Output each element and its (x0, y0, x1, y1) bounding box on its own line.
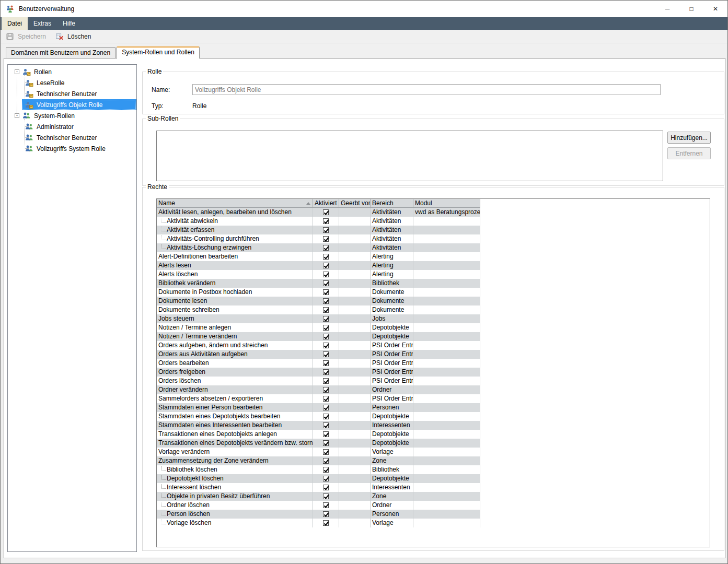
column-header-name[interactable]: Name (157, 199, 313, 208)
rights-row[interactable]: Bibliothek löschenBibliothek (157, 465, 710, 474)
rights-row[interactable]: Dokumente in Postbox hochladenDokumente (157, 288, 710, 297)
column-header-geerbt-von[interactable]: Geerbt von (339, 199, 371, 208)
rights-row[interactable]: Interessent löschenInteressenten (157, 483, 710, 492)
collapse-expander-icon[interactable]: - (15, 69, 19, 74)
rights-row[interactable]: Aktivität abwickelnAktivitäten (157, 217, 710, 226)
delete-button[interactable]: Löschen (52, 31, 96, 42)
rights-row[interactable]: Orders freigebenPSI Order Entry (157, 368, 710, 377)
aktiviert-checkbox[interactable] (323, 378, 329, 384)
rights-row[interactable]: Ordner löschenOrdner (157, 501, 710, 510)
tree-item-rollen[interactable]: -Rollen (8, 66, 136, 77)
rights-row[interactable]: Notizen / Termine anlegenDepotobjekte (157, 323, 710, 332)
aktiviert-checkbox[interactable] (323, 422, 329, 428)
aktiviert-checkbox[interactable] (323, 334, 329, 339)
collapse-expander-icon[interactable]: - (15, 113, 19, 118)
minimize-button[interactable]: ─ (655, 1, 679, 17)
aktiviert-checkbox[interactable] (323, 387, 329, 393)
tab-domänen-mit-benutzern-und-zonen[interactable]: Domänen mit Benutzern und Zonen (6, 47, 115, 58)
column-header-bereich[interactable]: Bereich (371, 199, 413, 208)
aktiviert-checkbox[interactable] (323, 360, 329, 366)
aktiviert-checkbox[interactable] (323, 520, 329, 526)
aktiviert-checkbox[interactable] (323, 431, 329, 437)
rights-row[interactable]: Aktivität lesen, anlegen, bearbeiten und… (157, 208, 710, 217)
tab-system-rollen-und-rollen[interactable]: System-Rollen und Rollen (117, 46, 200, 58)
menu-item-datei[interactable]: Datei (2, 17, 28, 30)
rights-row[interactable]: Transaktionen eines Depotobjekts anlegen… (157, 430, 710, 439)
rights-row[interactable]: Ordner verändernOrdner (157, 385, 710, 394)
rights-row[interactable]: Dokumente schreibenDokumente (157, 306, 710, 314)
aktiviert-checkbox[interactable] (323, 263, 329, 268)
aktiviert-checkbox[interactable] (323, 307, 329, 313)
rights-row[interactable]: Aktivität erfassenAktivitäten (157, 226, 710, 234)
aktiviert-checkbox[interactable] (323, 218, 329, 224)
rights-row[interactable]: Vorlage löschenVorlage (157, 519, 710, 527)
aktiviert-checkbox[interactable] (323, 316, 329, 322)
tree-item-vollzugriffs-system-rolle[interactable]: Vollzugriffs System Rolle (8, 143, 136, 154)
rights-row[interactable]: Notizen / Termine verändernDepotobjekte (157, 332, 710, 341)
rights-row[interactable]: Vorlage verändernVorlage (157, 448, 710, 456)
close-button[interactable]: ✕ (703, 1, 727, 17)
aktiviert-checkbox[interactable] (323, 476, 329, 481)
column-header-modul[interactable]: Modul (413, 199, 480, 208)
rights-row[interactable]: Objekte in privaten Besitz überführenZon… (157, 492, 710, 501)
subrollen-list[interactable] (156, 131, 663, 181)
rights-row[interactable]: Aktivitäts-Löschung erzwingenAktivitäten (157, 243, 710, 252)
aktiviert-checkbox[interactable] (323, 502, 329, 508)
rights-row[interactable]: Orders aufgeben, ändern und streichenPSI… (157, 341, 710, 350)
rights-row[interactable]: Stammdaten eines Interessenten bearbeite… (157, 421, 710, 430)
rights-row[interactable]: Aktivitäts-Controlling durchführenAktivi… (157, 234, 710, 243)
name-input[interactable] (192, 84, 661, 95)
tree-item-technischer-benutzer[interactable]: Technischer Benutzer (8, 132, 136, 143)
rights-row[interactable]: Jobs steuernJobs (157, 314, 710, 323)
aktiviert-checkbox[interactable] (323, 449, 329, 455)
aktiviert-checkbox[interactable] (323, 414, 329, 419)
tree-item-system-rollen[interactable]: -System-Rollen (8, 110, 136, 121)
rights-row[interactable]: Zusammensetzung der Zone verändernZone (157, 456, 710, 465)
aktiviert-checkbox[interactable] (323, 405, 329, 410)
rights-row[interactable]: Dokumente lesenDokumente (157, 297, 710, 306)
aktiviert-checkbox[interactable] (323, 272, 329, 277)
menu-item-extras[interactable]: Extras (28, 17, 57, 30)
remove-subrole-button[interactable]: Entfernen (667, 147, 711, 159)
menu-item-hilfe[interactable]: Hilfe (57, 17, 81, 30)
aktiviert-checkbox[interactable] (323, 298, 329, 304)
rights-row[interactable]: Stammdaten eines Depotobjekts bearbeiten… (157, 412, 710, 421)
aktiviert-checkbox[interactable] (323, 254, 329, 260)
aktiviert-checkbox[interactable] (323, 280, 329, 286)
aktiviert-checkbox[interactable] (323, 458, 329, 464)
rights-row[interactable]: Person löschenPersonen (157, 510, 710, 519)
aktiviert-checkbox[interactable] (323, 209, 329, 215)
rights-row[interactable]: Transaktionen eines Depotobjekts verände… (157, 439, 710, 448)
aktiviert-checkbox[interactable] (323, 236, 329, 242)
rights-row[interactable]: Alerts löschenAlerting (157, 270, 710, 279)
rights-row[interactable]: Orders aus Aktivitäten aufgebenPSI Order… (157, 350, 710, 359)
rights-row[interactable]: Orders bearbeitenPSI Order Entry (157, 359, 710, 368)
rights-row[interactable]: Alert-Definitionen bearbeitenAlerting (157, 252, 710, 261)
aktiviert-checkbox[interactable] (323, 325, 329, 331)
add-subrole-button[interactable]: Hinzufügen... (667, 132, 711, 144)
aktiviert-checkbox[interactable] (323, 369, 329, 375)
rights-row[interactable]: Stammdaten einer Person bearbeitenPerson… (157, 403, 710, 412)
rights-row[interactable]: Alerts lesenAlerting (157, 261, 710, 270)
aktiviert-checkbox[interactable] (323, 289, 329, 295)
aktiviert-checkbox[interactable] (323, 396, 329, 402)
aktiviert-checkbox[interactable] (323, 511, 329, 517)
aktiviert-checkbox[interactable] (323, 467, 329, 473)
tree-item-technischer-benutzer[interactable]: Technischer Benutzer (8, 88, 136, 99)
aktiviert-checkbox[interactable] (323, 440, 329, 446)
column-header-aktiviert[interactable]: Aktiviert (313, 199, 339, 208)
tree-item-leserolle[interactable]: LeseRolle (8, 77, 136, 88)
aktiviert-checkbox[interactable] (323, 485, 329, 490)
tree-item-vollzugriffs-objekt-rolle[interactable]: Vollzugriffs Objekt Rolle (8, 99, 136, 110)
aktiviert-checkbox[interactable] (323, 245, 329, 251)
tree-item-administrator[interactable]: Administrator (8, 121, 136, 132)
aktiviert-checkbox[interactable] (323, 351, 329, 357)
rights-row[interactable]: Depotobjekt löschenDepotobjekte (157, 474, 710, 483)
rights-row[interactable]: Sammelorders absetzen / exportierenPSI O… (157, 394, 710, 403)
rights-row[interactable]: Orders löschenPSI Order Entry (157, 377, 710, 385)
aktiviert-checkbox[interactable] (323, 227, 329, 233)
aktiviert-checkbox[interactable] (323, 343, 329, 348)
rights-row[interactable]: Bibliothek verändernBibliothek (157, 279, 710, 288)
aktiviert-checkbox[interactable] (323, 494, 329, 499)
save-button[interactable]: Speichern (3, 31, 51, 42)
